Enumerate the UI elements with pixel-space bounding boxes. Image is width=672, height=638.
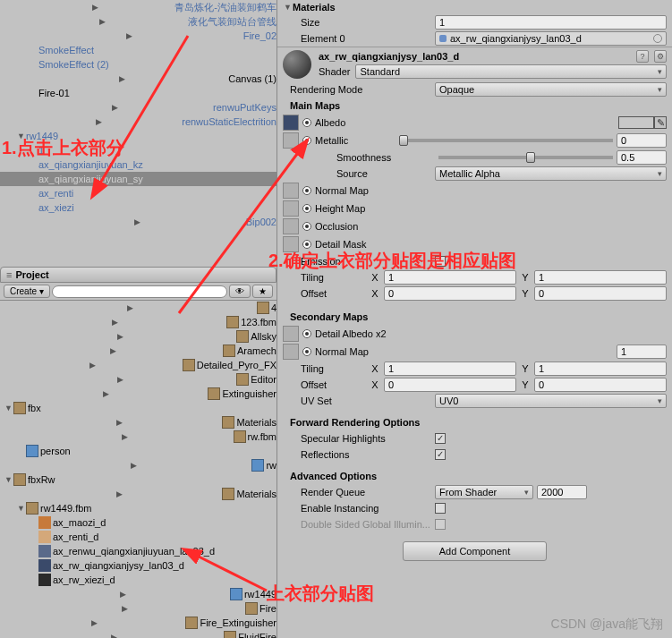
fold-icon[interactable]: [4, 346, 223, 355]
hierarchy-item[interactable]: ax_renti: [0, 186, 276, 200]
fold-icon[interactable]: [16, 74, 228, 83]
materials-header[interactable]: Materials: [277, 0, 672, 14]
albedo-texslot[interactable]: [283, 115, 299, 131]
heightmap-texslot[interactable]: [283, 200, 299, 217]
hierarchy-item[interactable]: 青岛炼化-汽油装卸鹤车: [0, 0, 276, 14]
project-item[interactable]: Detailed_Pyro_FX: [0, 358, 276, 372]
refl-checkbox[interactable]: [435, 449, 446, 460]
fold-icon[interactable]: [4, 389, 208, 398]
offset-x-input[interactable]: [384, 286, 516, 301]
fold-icon[interactable]: [16, 461, 251, 470]
project-item[interactable]: ax_rw_xiezi_d: [0, 573, 276, 587]
fold-icon[interactable]: [4, 361, 183, 370]
element0-ref[interactable]: ax_rw_qiangxianjysy_lan03_d: [435, 31, 667, 46]
project-item[interactable]: fbx: [0, 401, 276, 415]
albedo-radio[interactable]: [302, 118, 311, 127]
project-item[interactable]: fbxRw: [0, 472, 276, 487]
smoothness-input[interactable]: [617, 150, 667, 165]
chevron-down-icon[interactable]: [283, 3, 293, 12]
hierarchy-item[interactable]: 1: [0, 143, 276, 157]
source-dropdown[interactable]: Metallic Alpha: [435, 166, 667, 181]
project-item[interactable]: Allsky: [0, 329, 276, 344]
project-item[interactable]: ax_renti_d: [0, 530, 276, 544]
spec-checkbox[interactable]: [435, 433, 446, 444]
hierarchy-item[interactable]: rw1449: [0, 129, 276, 143]
fold-icon[interactable]: [16, 17, 188, 26]
offset2-y-input[interactable]: [534, 378, 667, 392]
secnormal-radio[interactable]: [302, 347, 311, 356]
fold-icon[interactable]: [16, 418, 222, 427]
project-item[interactable]: rw1449.fbm: [0, 501, 276, 515]
normalmap-texslot[interactable]: [283, 183, 299, 199]
hierarchy-item[interactable]: ax_qiangxianjiuyuan_sy: [0, 172, 276, 186]
project-item[interactable]: Materials: [0, 487, 276, 501]
hierarchy-item[interactable]: renwuPutKeys: [0, 100, 276, 115]
tiling2-y-input[interactable]: [534, 362, 667, 376]
hierarchy-item[interactable]: Fire_02: [0, 29, 276, 43]
tiling2-x-input[interactable]: [384, 362, 516, 376]
albedo-color[interactable]: [618, 116, 654, 129]
project-search-input[interactable]: [52, 285, 227, 298]
rq-input[interactable]: [537, 485, 587, 499]
project-item[interactable]: 123.fbm: [0, 315, 276, 329]
inst-checkbox[interactable]: [435, 503, 446, 514]
detailalbedo-texslot[interactable]: [283, 326, 299, 342]
hierarchy-item[interactable]: Fire-01: [0, 86, 276, 100]
material-gear-icon[interactable]: ⚙: [654, 50, 667, 63]
fold-icon[interactable]: [16, 489, 222, 498]
fold-icon[interactable]: [16, 432, 234, 441]
heightmap-radio[interactable]: [302, 204, 311, 213]
hierarchy-item[interactable]: renwuStaticElectrition: [0, 115, 276, 129]
emission-checkbox[interactable]: [435, 256, 446, 267]
fold-icon[interactable]: [4, 375, 236, 384]
fold-icon[interactable]: [4, 618, 185, 627]
create-button[interactable]: Create ▾: [4, 285, 50, 298]
smoothness-slider[interactable]: [438, 156, 613, 159]
hierarchy-item[interactable]: Canvas (1): [0, 72, 276, 86]
project-item[interactable]: person: [0, 444, 276, 458]
project-item[interactable]: Aramech: [0, 344, 276, 358]
offset-y-input[interactable]: [534, 286, 667, 301]
filter-icon[interactable]: 👁: [229, 285, 251, 298]
fold-icon[interactable]: [4, 604, 245, 613]
rendermode-dropdown[interactable]: Opaque: [435, 82, 667, 97]
fold-icon[interactable]: [16, 31, 243, 40]
fold-icon[interactable]: [16, 103, 213, 112]
hierarchy-item[interactable]: ax_qiangxianjiuyuan_kz: [0, 157, 276, 172]
occlusion-texslot[interactable]: [283, 218, 299, 234]
occlusion-radio[interactable]: [302, 222, 311, 231]
metallic-slider[interactable]: [399, 139, 613, 142]
metallic-texslot[interactable]: [283, 132, 299, 149]
project-item[interactable]: Extinguisher: [0, 387, 276, 401]
hierarchy-item[interactable]: 液化气装卸站台管线: [0, 14, 276, 29]
secnormal-input[interactable]: [617, 345, 667, 359]
metallic-radio[interactable]: [302, 136, 311, 145]
fold-icon[interactable]: [4, 303, 257, 312]
albedo-picker-icon[interactable]: ✎: [654, 116, 667, 129]
project-item[interactable]: Fire: [0, 601, 276, 616]
add-component-button[interactable]: Add Component: [403, 541, 548, 561]
project-item[interactable]: FluidFire: [0, 630, 276, 638]
fold-icon[interactable]: [16, 590, 230, 599]
fold-icon[interactable]: [4, 475, 13, 484]
detailmask-radio[interactable]: [302, 240, 311, 249]
size-input[interactable]: [435, 15, 667, 30]
detailmask-texslot[interactable]: [283, 236, 299, 252]
project-item[interactable]: 4: [0, 301, 276, 315]
fold-icon[interactable]: [4, 318, 226, 327]
fold-icon[interactable]: [16, 132, 26, 140]
fold-icon[interactable]: [29, 217, 246, 226]
fold-icon[interactable]: [16, 117, 182, 126]
project-item[interactable]: Fire_Extinguisher: [0, 616, 276, 630]
fold-icon[interactable]: [4, 332, 236, 341]
metallic-input[interactable]: [617, 133, 667, 148]
project-item[interactable]: rw1449: [0, 587, 276, 601]
project-item[interactable]: rw.fbm: [0, 430, 276, 444]
uvset-dropdown[interactable]: UV0: [435, 394, 667, 408]
save-icon[interactable]: ★: [252, 285, 273, 298]
hierarchy-item[interactable]: Bip002: [0, 215, 276, 229]
fold-icon[interactable]: [16, 504, 26, 513]
hierarchy-item[interactable]: SmokeEffect (2): [0, 57, 276, 72]
normalmap-radio[interactable]: [302, 186, 311, 195]
shader-dropdown[interactable]: Standard: [355, 64, 667, 79]
